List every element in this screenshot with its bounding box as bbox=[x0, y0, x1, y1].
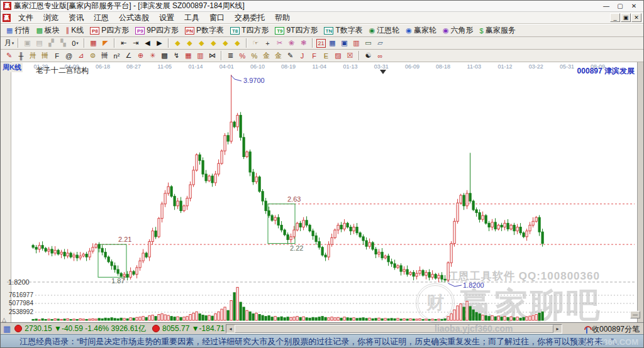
gann-grid-red-icon[interactable]: ▦ bbox=[88, 38, 99, 48]
tab-9t-square[interactable]: T99T四方形 bbox=[272, 25, 321, 36]
shanghai-index-icon[interactable] bbox=[14, 325, 22, 332]
diamond-swap-icon[interactable]: ◆ bbox=[208, 38, 219, 48]
pane-collapse-button[interactable]: — bbox=[630, 311, 640, 318]
tab-t-table[interactable]: TNT数字表 bbox=[321, 25, 365, 36]
trend-flag-icon[interactable]: ◤ bbox=[100, 38, 111, 48]
ruler-lines-icon[interactable]: ≣ bbox=[225, 50, 236, 61]
j-line-icon[interactable]: J bbox=[297, 50, 308, 61]
svg-text:06-10: 06-10 bbox=[250, 63, 265, 70]
tab-winner-service[interactable]: $赢家服务 bbox=[477, 25, 519, 36]
mdi-minimize-button[interactable]: _ bbox=[610, 13, 620, 22]
shenzhen-index-icon[interactable] bbox=[152, 325, 160, 332]
menu-item-browse[interactable]: 浏览 bbox=[38, 12, 64, 24]
tab-winner-wheel[interactable]: ◉赢家轮 bbox=[402, 25, 440, 36]
period-month-icon[interactable]: 月▾ bbox=[4, 38, 14, 48]
star-rays-icon[interactable]: ✳ bbox=[147, 50, 158, 61]
tool-pink-2-icon[interactable]: ❃ bbox=[298, 38, 309, 48]
gann-grid-1-icon[interactable]: 卅 bbox=[28, 50, 38, 61]
printer-icon[interactable]: ▭ bbox=[363, 38, 374, 48]
mdi-system-icon[interactable]: 赢 bbox=[3, 14, 11, 22]
add-tool-icon[interactable]: + bbox=[262, 38, 273, 48]
diamond-horizontal-icon[interactable]: ◆ bbox=[196, 38, 207, 48]
quote-grid-icon[interactable]: ▦ bbox=[3, 324, 11, 334]
tab-sectors[interactable]: ▩板块 bbox=[33, 25, 62, 36]
restore-button[interactable]: ▢ bbox=[613, 1, 627, 11]
cycle-circle-icon[interactable]: ⊜ bbox=[87, 50, 98, 61]
panel-tab-weekly-kline[interactable]: 周K线 bbox=[1, 63, 23, 72]
nav-next-icon[interactable]: ▶ bbox=[154, 38, 165, 48]
hash-grid-icon[interactable]: 卌 bbox=[99, 50, 110, 61]
save-disk-icon[interactable]: ▥ bbox=[351, 38, 362, 48]
yinyang-icon[interactable]: ☯ bbox=[363, 50, 374, 61]
hand-tool-icon[interactable]: ☞ bbox=[250, 38, 261, 48]
red-grid-1-icon[interactable]: ▦ bbox=[183, 50, 194, 61]
marker-pen-icon[interactable]: ✎ bbox=[285, 50, 296, 61]
e-line-icon[interactable]: E bbox=[321, 50, 331, 61]
cut-tool-icon[interactable]: ✂ bbox=[274, 38, 285, 48]
red-grid-2-icon[interactable]: ▥ bbox=[195, 50, 206, 61]
svg-text:老子十二宫结构: 老子十二宫结构 bbox=[36, 66, 89, 75]
tab-p-table[interactable]: PNP数字表 bbox=[182, 25, 227, 36]
mdi-close-button[interactable]: ✕ bbox=[631, 13, 641, 22]
menu-item-file[interactable]: 文件 bbox=[13, 12, 38, 24]
angle-ruler-icon[interactable]: ⊿ bbox=[75, 50, 86, 61]
menu-item-trade[interactable]: 交易委托 bbox=[230, 12, 270, 24]
minimize-button[interactable]: — bbox=[599, 1, 613, 11]
calculator-icon[interactable]: ▦ bbox=[327, 38, 338, 48]
infinity-icon[interactable]: ∞ bbox=[375, 50, 386, 61]
photo-grid-icon[interactable]: ▩ bbox=[159, 50, 170, 61]
tab-quote[interactable]: ▦行情 bbox=[3, 25, 33, 36]
scroll-left-button[interactable]: ◂ bbox=[226, 325, 235, 333]
scroll-right-button[interactable]: ▸ bbox=[553, 325, 562, 333]
percent-red-icon[interactable]: % bbox=[237, 50, 248, 61]
kline-chart[interactable]: 01-2904-0906-1808-2711-0501-1404-0106-10… bbox=[1, 62, 637, 322]
zero-axis-icon[interactable]: 0▾ bbox=[70, 38, 80, 48]
save-report-icon[interactable]: ▣ bbox=[339, 38, 350, 48]
svg-text:000897 津滨发展: 000897 津滨发展 bbox=[577, 67, 635, 75]
gann-grid-2-icon[interactable]: 卌 bbox=[40, 50, 50, 61]
nav-first-icon[interactable]: ⇤ bbox=[118, 38, 129, 48]
f-line-icon[interactable]: F bbox=[309, 50, 319, 61]
menu-item-tools[interactable]: 工具 bbox=[179, 12, 204, 24]
pen-icon[interactable]: ✎ bbox=[4, 50, 14, 61]
t-square-label: T四方形 bbox=[242, 25, 269, 36]
tab-t-square[interactable]: T8T四方形 bbox=[227, 25, 272, 36]
tab-9p-square[interactable]: P99P四方形 bbox=[132, 25, 182, 36]
golden-line-icon[interactable]: 金 bbox=[273, 50, 284, 61]
nav-last-icon[interactable]: ⇥ bbox=[130, 38, 141, 48]
menu-item-settings[interactable]: 设置 bbox=[154, 12, 179, 24]
nav-prev-icon[interactable]: ◀ bbox=[142, 38, 153, 48]
grid-cross-icon[interactable]: ╫ bbox=[16, 50, 26, 61]
close-button[interactable]: ✕ bbox=[627, 1, 641, 11]
menu-item-window[interactable]: 窗口 bbox=[204, 12, 230, 24]
mdi-restore-button[interactable]: ▣ bbox=[621, 13, 631, 22]
diamond-right-icon[interactable]: ◆ bbox=[184, 38, 195, 48]
percent-lines-icon[interactable]: % bbox=[249, 50, 260, 61]
triangle-ruler-icon[interactable]: ∠ bbox=[123, 50, 134, 61]
crosshair-circle-icon[interactable]: ⊕ bbox=[135, 50, 146, 61]
x-grid-icon[interactable]: ▨ bbox=[333, 50, 343, 61]
diamond-vertical-icon[interactable]: ◆ bbox=[220, 38, 231, 48]
transfer-icon[interactable]: ▱ bbox=[375, 38, 386, 48]
tick-receive-status[interactable]: 收000897分笔 bbox=[584, 324, 640, 335]
menu-item-formula-stock-pick[interactable]: 公式选股 bbox=[114, 12, 154, 24]
lightning-icon[interactable]: ↯ bbox=[171, 50, 182, 61]
sectors-icon: ▩ bbox=[36, 26, 42, 35]
tab-kline[interactable]: ∥K线 bbox=[63, 25, 87, 36]
menu-item-news[interactable]: 资讯 bbox=[64, 12, 89, 24]
diamond-updown-icon[interactable]: ◆ bbox=[232, 38, 243, 48]
box-x-icon[interactable]: ☒ bbox=[345, 50, 355, 61]
menu-item-help[interactable]: 帮助 bbox=[270, 12, 295, 24]
golden-section-icon[interactable]: 金 bbox=[261, 50, 272, 61]
tab-p-square[interactable]: P8P四方形 bbox=[87, 25, 132, 36]
fibonacci-f-icon[interactable]: F bbox=[52, 50, 62, 61]
tab-gann-wheel[interactable]: ◉江恩轮 bbox=[366, 25, 403, 36]
tab-hexagon[interactable]: ◉六角形 bbox=[440, 25, 477, 36]
spiral-icon[interactable]: @ bbox=[64, 50, 74, 61]
menu-item-gann[interactable]: 江恩 bbox=[89, 12, 114, 24]
diamond-left-icon[interactable]: ◆ bbox=[172, 38, 183, 48]
calendar-icon[interactable]: 21 bbox=[316, 39, 326, 48]
n-square-icon[interactable]: n² bbox=[111, 50, 122, 61]
tool-pink-1-icon[interactable]: ❀ bbox=[286, 38, 297, 48]
mirror-icon[interactable]: ⋈ bbox=[207, 50, 218, 61]
